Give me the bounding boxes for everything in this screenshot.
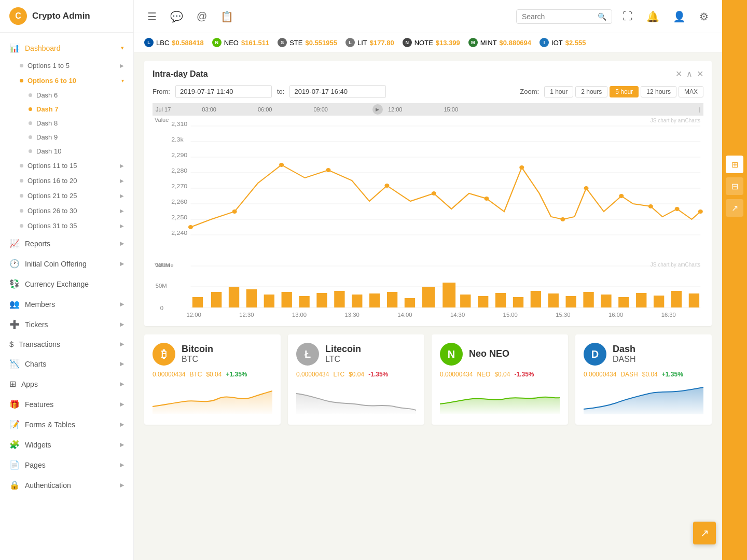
dot-options-11-15: [20, 164, 23, 167]
sidebar-item-options-16-20[interactable]: Options 16 to 20 ▶: [0, 173, 133, 188]
svg-rect-45: [352, 295, 362, 307]
lbc-price: $0.588418: [172, 39, 203, 47]
sidebar-item-dash-10[interactable]: Dash 10: [0, 144, 133, 158]
sidebar-item-tickers[interactable]: ➕ Tickers ▶: [0, 314, 133, 334]
rp-icon-2[interactable]: ⊟: [726, 177, 743, 195]
mint-symbol: MINT: [480, 39, 497, 47]
sidebar-item-options-6-10[interactable]: Options 6 to 10 ▾: [0, 73, 133, 88]
svg-point-25: [584, 186, 589, 190]
rp-icon-1[interactable]: ⊞: [726, 156, 743, 173]
sidebar-item-options-1-5[interactable]: Options 1 to 5 ▶: [0, 58, 133, 73]
sidebar-item-apps[interactable]: ⊞ Apps ▶: [0, 374, 133, 394]
chart-icon-expand[interactable]: ✕: [675, 69, 682, 79]
settings-icon[interactable]: ⚙: [696, 7, 712, 26]
to-date-input[interactable]: [289, 85, 386, 98]
svg-text:14:30: 14:30: [450, 312, 465, 318]
ticker-ste: S STE $0.551955: [278, 38, 337, 47]
note-icon: N: [403, 38, 412, 47]
svg-rect-52: [478, 296, 488, 307]
sidebar-item-dashboard[interactable]: 📊 Dashboard ▾: [0, 38, 133, 58]
svg-text:2,310: 2,310: [171, 121, 188, 127]
btc-values: 0.00000434 BTC $0.04 +1.35%: [153, 371, 272, 378]
sidebar-item-pages[interactable]: 📄 Pages ▶: [0, 455, 133, 475]
sidebar: C Crypto Admin 📊 Dashboard ▾ Options 1 t…: [0, 0, 134, 560]
sidebar-item-dash-7[interactable]: Dash 7: [0, 102, 133, 116]
line-chart-svg: 2,310 2.3k 2,290 2,280 2,270 2,260 2,250…: [153, 116, 703, 256]
apps-arrow: ▶: [120, 381, 124, 387]
svg-point-21: [432, 191, 436, 195]
sidebar-item-currency-exchange[interactable]: 💱 Currency Exchange: [0, 274, 133, 294]
at-icon[interactable]: @: [193, 7, 210, 25]
from-label: From:: [153, 88, 170, 95]
sidebar-item-transactions[interactable]: $ Transactions ▶: [0, 334, 133, 354]
zoom-max[interactable]: MAX: [679, 86, 703, 97]
forms-arrow: ▶: [120, 421, 124, 428]
zoom-5hour[interactable]: 5 hour: [610, 86, 639, 97]
neo-amount: 0.00000434: [440, 371, 473, 378]
svg-point-23: [519, 165, 524, 170]
svg-rect-59: [601, 295, 611, 307]
chart-icon-collapse[interactable]: ∧: [686, 69, 693, 79]
sidebar-item-ico[interactable]: 🕐 Initial Coin Offering ▶: [0, 254, 133, 274]
charts-icon: 📉: [9, 359, 20, 369]
chart-icon-close[interactable]: ✕: [697, 69, 703, 79]
svg-text:15:30: 15:30: [556, 312, 570, 318]
zoom-12hours[interactable]: 12 hours: [641, 86, 676, 97]
svg-text:12:00: 12:00: [187, 312, 201, 318]
float-button[interactable]: ↗: [693, 522, 716, 544]
pages-arrow: ▶: [120, 461, 124, 468]
sidebar-item-forms-tables[interactable]: 📝 Forms & Tables ▶: [0, 414, 133, 435]
sidebar-item-charts[interactable]: 📉 Charts ▶: [0, 354, 133, 374]
chat-icon[interactable]: 💬: [167, 7, 186, 26]
dash-currency-label: DASH: [620, 371, 638, 378]
sidebar-item-reports[interactable]: 📈 Reports ▶: [0, 233, 133, 254]
rp-icon-3[interactable]: ↗: [726, 199, 743, 217]
btc-name: Bitcoin: [182, 344, 213, 355]
sidebar-item-widgets[interactable]: 🧩 Widgets ▶: [0, 435, 133, 455]
tl-play-button[interactable]: ▶: [372, 104, 383, 115]
neo-icon: N: [212, 38, 222, 47]
btc-change: +1.35%: [226, 371, 247, 378]
main-area: ☰ 💬 @ 📋 🔍 ⛶ 🔔 👤 ⚙ L LBC $0.588418 N NEO …: [134, 0, 722, 560]
svg-text:14:00: 14:00: [397, 312, 412, 318]
sidebar-item-options-21-25[interactable]: Options 21 to 25 ▶: [0, 188, 133, 203]
widgets-icon: 🧩: [9, 440, 20, 450]
user-icon[interactable]: 👤: [670, 7, 689, 26]
menu-toggle-icon[interactable]: ☰: [144, 7, 160, 26]
zoom-1hour[interactable]: 1 hour: [544, 86, 573, 97]
sidebar-item-options-26-30[interactable]: Options 26 to 30 ▶: [0, 203, 133, 218]
dot-options-21-25: [20, 194, 23, 198]
tl-3: 03:00: [202, 106, 216, 113]
transactions-arrow: ▶: [120, 341, 124, 347]
sidebar-item-dash-8[interactable]: Dash 8: [0, 116, 133, 130]
sidebar-item-authentication[interactable]: 🔒 Authentication ▶: [0, 475, 133, 495]
sidebar-item-members[interactable]: 👥 Members ▶: [0, 294, 133, 314]
sidebar-item-dash-9[interactable]: Dash 9: [0, 130, 133, 144]
svg-text:2,240: 2,240: [171, 230, 188, 236]
neo-currency-label: NEO: [477, 371, 490, 378]
tickers-arrow: ▶: [120, 321, 124, 328]
forms-icon: 📝: [9, 419, 20, 429]
currency-icon: 💱: [9, 279, 20, 289]
tl-end: |: [699, 107, 700, 113]
sidebar-item-features[interactable]: 🎁 Features ▶: [0, 394, 133, 414]
from-date-input[interactable]: [175, 85, 272, 98]
sidebar-item-options-31-35[interactable]: Options 31 to 35 ▶: [0, 218, 133, 233]
fullscreen-icon[interactable]: ⛶: [619, 7, 636, 25]
zoom-2hours[interactable]: 2 hours: [575, 86, 607, 97]
auth-icon: 🔒: [9, 480, 20, 490]
svg-point-24: [560, 217, 565, 221]
svg-rect-40: [264, 295, 274, 307]
svg-rect-50: [442, 283, 455, 307]
notification-icon[interactable]: 🔔: [643, 7, 662, 26]
ticker-lbc: L LBC $0.588418: [144, 38, 204, 47]
svg-rect-58: [583, 292, 593, 307]
sidebar-item-options-11-15[interactable]: Options 11 to 15 ▶: [0, 158, 133, 173]
app-name: Crypto Admin: [32, 11, 90, 21]
sidebar-item-dash-6[interactable]: Dash 6: [0, 88, 133, 102]
svg-text:13:00: 13:00: [292, 312, 307, 318]
btc-logo: ₿: [153, 343, 175, 366]
search-input[interactable]: [522, 12, 594, 21]
tl-6: 06:00: [258, 106, 272, 113]
clipboard-icon[interactable]: 📋: [217, 7, 237, 26]
